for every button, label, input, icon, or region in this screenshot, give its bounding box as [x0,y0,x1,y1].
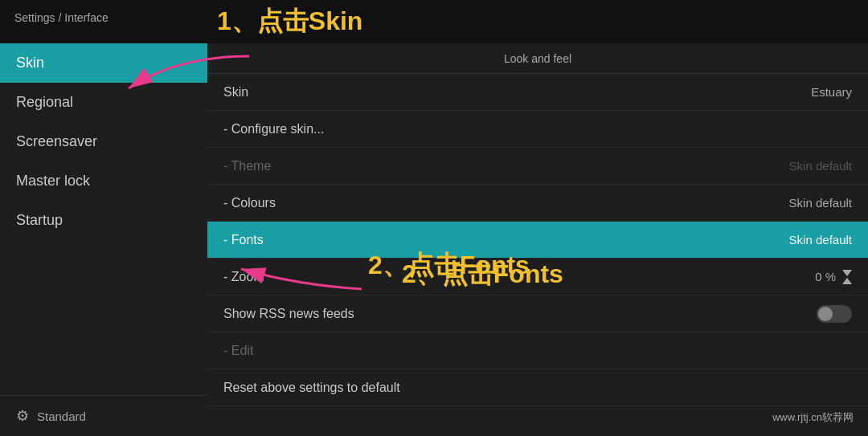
row-colours-value: Skin default [789,196,852,210]
row-zoom-value: 0 % [815,270,836,283]
sidebar-item-screensaver-label: Screensaver [16,133,97,150]
row-colours[interactable]: - Colours Skin default [207,185,868,222]
watermark: www.rjtj.cn软荐网 [772,410,854,425]
row-zoom[interactable]: - Zoom 0 % [207,259,868,295]
sidebar-item-skin-label: Skin [16,55,44,71]
row-fonts-value: Skin default [789,233,852,247]
annotation-1: 1、点击Skin [217,4,362,39]
row-colours-label: - Colours [223,196,276,210]
sidebar-item-startup[interactable]: Startup [0,201,207,240]
row-configure-skin[interactable]: - Configure skin... [207,111,868,148]
sidebar-item-masterlock-label: Master lock [16,173,90,189]
row-skin-value: Estuary [811,85,852,99]
row-skin[interactable]: Skin Estuary [207,74,868,111]
zoom-down-arrow-icon[interactable] [842,270,852,276]
zoom-controls: 0 % [815,270,852,284]
row-theme-value: Skin default [789,159,852,173]
sidebar-item-masterlock[interactable]: Master lock [0,161,207,201]
top-banner: Settings / Interface 1、点击Skin [0,0,868,43]
row-configure-skin-label: - Configure skin... [223,122,324,137]
sidebar-item-regional-label: Regional [16,94,73,111]
rss-toggle[interactable] [817,305,852,323]
gear-icon: ⚙ [16,407,29,425]
section-header: Look and feel [207,43,868,74]
row-reset[interactable]: Reset above settings to default [207,369,868,406]
row-fonts[interactable]: - Fonts Skin default [207,222,868,259]
row-fonts-label: - Fonts [223,233,264,247]
breadcrumb: Settings / Interface [14,11,108,24]
row-edit: - Edit [207,332,868,369]
sidebar-footer: ⚙ Standard [0,395,207,436]
zoom-arrows [842,270,852,284]
sidebar: Skin Regional Screensaver Master lock St… [0,43,207,436]
row-theme-label: - Theme [223,159,271,173]
sidebar-item-startup-label: Startup [16,212,63,229]
row-zoom-label: - Zoom [223,270,264,284]
row-reset-label: Reset above settings to default [223,381,400,395]
main-content: Look and feel Skin Estuary - Configure s… [207,43,868,436]
row-skin-label: Skin [223,85,248,100]
sidebar-item-regional[interactable]: Regional [0,83,207,122]
row-rss-label: Show RSS news feeds [223,307,354,321]
zoom-up-arrow-icon[interactable] [842,278,852,284]
sidebar-footer-label: Standard [37,410,86,423]
sidebar-item-screensaver[interactable]: Screensaver [0,122,207,161]
row-theme: - Theme Skin default [207,148,868,185]
row-rss[interactable]: Show RSS news feeds [207,295,868,332]
sidebar-item-skin[interactable]: Skin [0,43,207,83]
row-edit-label: - Edit [223,344,253,358]
